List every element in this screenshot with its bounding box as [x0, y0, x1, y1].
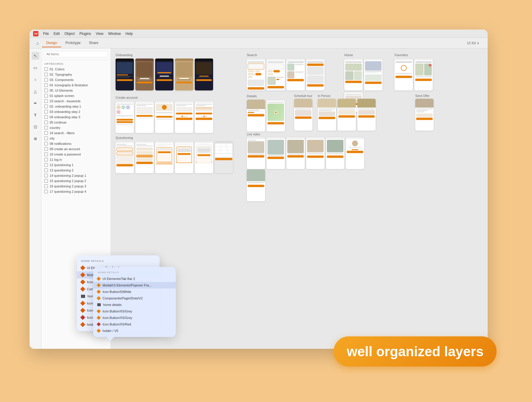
layer-icon [44, 174, 48, 177]
layer-icon [44, 142, 48, 145]
layer-icon [44, 67, 48, 71]
layer-item-onboarding1[interactable]: 02. onboarding step 1 [41, 104, 111, 109]
pen-tool[interactable]: ✒ [32, 99, 39, 107]
layer-item-continue[interactable]: 05 continue [41, 120, 111, 125]
layer-item-q1[interactable]: 12 questioning 1 [41, 162, 111, 168]
diamond-icon [97, 316, 101, 320]
layer-item-q2p4[interactable]: 17 questioning 2 popup 4 [41, 189, 111, 194]
popup-mag-item-2[interactable]: Icon Button/S/White [93, 288, 176, 295]
live-video-screen-1 [247, 137, 265, 169]
ellipse-tool[interactable]: ○ [32, 76, 39, 83]
popup-header: HOME DETAILS [77, 258, 111, 264]
lower-screen-1 [247, 169, 265, 201]
schedule-screen-1 [294, 99, 312, 131]
layer-item-colors[interactable]: 01. Colors [41, 67, 111, 72]
search-screen-1 [247, 59, 265, 90]
zoom-tool[interactable]: ⊕ [32, 135, 39, 142]
create-screen-2 [135, 101, 154, 133]
onboarding-label: Onboarding [116, 53, 213, 57]
layer-item-iconography[interactable]: 04. Iconography & Illustration [41, 82, 111, 88]
fav-screen-1 [395, 59, 413, 90]
popup-mag-item-3[interactable]: Components/Pagin/Dots/V2 [93, 295, 176, 302]
layer-item-onboarding3[interactable]: 04 onboarding step 3 [41, 114, 111, 120]
diamond-red-icon [97, 322, 101, 326]
menu-file[interactable]: File [43, 32, 49, 36]
diamond-icon [80, 308, 85, 313]
layers-magnified-popup: HOME DETAILS UI Elements/Tab Bar 2 Modal… [93, 267, 176, 337]
menu-edit[interactable]: Edit [53, 32, 60, 36]
layer-item-typography[interactable]: 02. Typography [41, 72, 111, 77]
popup-mag-item-8[interactable]: holder / V5 [93, 328, 176, 334]
popup-mag-item-7[interactable]: Icon Button/XS/Red [93, 321, 176, 328]
layer-icon [44, 121, 48, 124]
outer-wrapper: Xd File Edit Object Plugins View Window … [30, 30, 502, 372]
diamond-icon [80, 315, 85, 320]
layer-item-q2[interactable]: 13 questioning 2 [41, 168, 111, 173]
artboard-questioning: Questioning [116, 136, 233, 173]
popup-mag-item-5[interactable]: Icon Button/XS/Grey [93, 308, 176, 315]
live-video-section: Live video [247, 133, 364, 169]
layer-item-create-account[interactable]: 09 create an account [41, 146, 111, 152]
layer-icon [44, 137, 48, 140]
layer-item-notifications[interactable]: 08 notifications [41, 141, 111, 146]
send-offer-screen [415, 99, 434, 131]
layer-item-components[interactable]: 03. Components [41, 77, 111, 82]
search-screen-4 [306, 59, 325, 90]
layer-item-create-password[interactable]: 10 create a password [41, 152, 111, 157]
triangle-tool[interactable]: △ [32, 87, 39, 95]
layer-icon [44, 168, 48, 172]
menu-help[interactable]: Help [126, 32, 133, 36]
schedule-section: Schedule tour [294, 94, 312, 131]
diamond-icon [80, 301, 85, 306]
layer-item-q2p1[interactable]: 14 questioning 2 popup 1 [41, 173, 111, 178]
folder-icon [97, 303, 101, 306]
layer-item-splash[interactable]: 01 splash screen [41, 93, 111, 98]
tab-prototype[interactable]: Prototype [61, 39, 85, 47]
menu-object[interactable]: Object [64, 32, 75, 36]
layer-item-country[interactable]: country [41, 125, 111, 130]
popup-mag-item-6[interactable]: Icon Button/XS/Grey [93, 315, 176, 321]
tab-share[interactable]: Share [85, 39, 103, 47]
layer-item-q2p3[interactable]: 16 questioning 2 popup 3 [41, 184, 111, 189]
in-person-screen-1 [318, 99, 336, 131]
layers-search-container [41, 48, 111, 60]
details-label: Details [247, 94, 285, 98]
layer-item-ui-elements[interactable]: 05. UI Elements [41, 88, 111, 93]
favorites-label: Favorites [395, 53, 433, 57]
layer-item-onboarding2[interactable]: 03 onboarding step 2 [41, 109, 111, 114]
popup-mag-item-1[interactable]: Modal/UI Elements/Popover Fra... [93, 282, 176, 288]
tab-design[interactable]: Design [42, 39, 61, 47]
fav-screen-2: ♥ [414, 59, 433, 90]
schedule-label: Schedule tour [294, 94, 312, 98]
diamond-icon [97, 283, 101, 287]
folder-icon [81, 295, 85, 298]
diamond-icon [97, 277, 101, 281]
popup-magnified-header: HOME DETAILS [93, 270, 176, 275]
layers-search-input[interactable] [44, 51, 108, 57]
layer-item-search-filters[interactable]: 24 search - filters [41, 130, 111, 136]
popup-mag-item-4[interactable]: home details [93, 302, 176, 308]
rectangle-tool[interactable]: ▭ [32, 64, 39, 72]
menu-view[interactable]: View [96, 32, 103, 36]
popup-mag-item-0[interactable]: UI Elements/Tab Bar 2 [93, 275, 176, 282]
cursor-tool[interactable]: ↖ [32, 52, 39, 60]
live-video-label: Live video [247, 133, 364, 136]
layer-item-search-kw[interactable]: 23 search - keywords [41, 98, 111, 104]
create-screen-3 [155, 101, 173, 133]
text-tool[interactable]: T [32, 111, 39, 119]
home-screen-1 [344, 59, 363, 90]
ui-kit-selector[interactable]: UI Kit ∨ [467, 41, 484, 45]
popup-arrow [106, 337, 114, 341]
send-offer-section: Send Offer [415, 94, 434, 131]
app-icon: Xd [33, 31, 38, 36]
home-button[interactable]: ⌂ [33, 39, 42, 48]
menu-window[interactable]: Window [108, 32, 121, 36]
layer-item-login[interactable]: 11 log in [41, 157, 111, 162]
home-label: Home [344, 53, 382, 57]
layer-item-q2p2[interactable]: 15 questioning 2 popup 2 [41, 178, 111, 184]
diamond-icon [97, 290, 101, 294]
artboard-tool[interactable]: ⊡ [32, 123, 39, 131]
layer-item-city[interactable]: city [41, 136, 111, 141]
layer-icon [44, 105, 48, 108]
menu-plugins[interactable]: Plugins [80, 32, 91, 36]
